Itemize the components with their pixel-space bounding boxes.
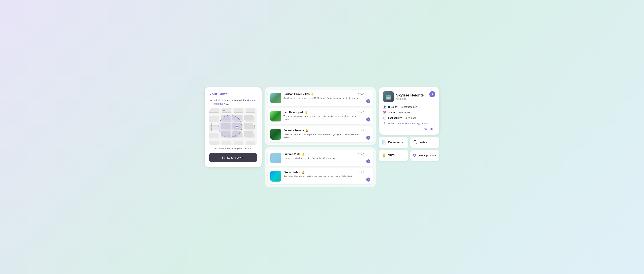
pin-icon: 📍: [209, 99, 213, 104]
clock-in-button[interactable]: I'd like to clock in: [209, 153, 257, 162]
notif-badge: 1: [366, 159, 370, 163]
notif-title-row: Horizon Grove Villas 🔔: [284, 93, 314, 96]
bell-icon: 🔔: [302, 171, 304, 174]
location-notice: 📍 It looks like you've entered the Skyri…: [209, 99, 257, 106]
notif-title: Eco Haven park: [284, 111, 304, 114]
action-label: Notes: [420, 141, 427, 144]
action-label: Work process: [418, 154, 436, 157]
notif-time: 12:43: [358, 111, 364, 114]
notif-header: Stone Harbor 🔔 12:43: [284, 171, 364, 174]
xrts-icon: 💡: [382, 153, 386, 158]
action-btn-documents[interactable]: 📄 Documents: [379, 137, 408, 148]
notif-image: [270, 129, 281, 140]
building-name: Skyrise Heights: [396, 93, 424, 98]
chevron-right-icon: ›: [434, 128, 435, 131]
address-row: 📍 Hobert Glen, Rosenbaumbury, NV 91731 ⧉: [383, 122, 435, 125]
bell-icon: 🔔: [302, 153, 304, 156]
action-btn-xrts[interactable]: 💡 XRTs: [379, 150, 408, 161]
notif-title-row: Eco Haven park 🔔: [284, 111, 308, 114]
copy-icon[interactable]: ⧉: [434, 122, 435, 125]
documents-icon: 📄: [382, 140, 386, 145]
building-header: Skyrise Heights Westeros ★: [383, 91, 435, 102]
notif-image: [270, 111, 281, 121]
bell-icon: 🔔: [305, 129, 308, 132]
bell-icon: 🔔: [305, 111, 308, 114]
notif-badge: 1: [366, 99, 370, 103]
street-label: Folsom S: [254, 123, 256, 130]
building-info: Skyrise Heights Westeros: [396, 93, 424, 100]
notif-text: Team, ensure you're wearing your hard ha…: [284, 115, 364, 121]
map-container: 14th St Shotwell St Folsom S Foods Co: [209, 108, 257, 145]
map-block: [244, 123, 254, 129]
action-btn-notes[interactable]: 💬 Notes: [410, 137, 440, 148]
bell-icon: 🔔: [311, 93, 314, 96]
notif-badge: 1: [366, 136, 370, 140]
notif-image: [270, 153, 281, 163]
street-label: Shotwell St: [211, 123, 212, 132]
notif-badge: 1: [366, 117, 370, 121]
left-panel: Your Shift 📍 It looks like you've entere…: [204, 87, 262, 167]
notif-content: Summit Vista 🔔 12:43 Hey, need extra han…: [284, 153, 364, 160]
notif-content: Horizon Grove Villas 🔔 12:43 Simulacro d…: [284, 93, 364, 100]
action-label: XRTs: [388, 154, 395, 157]
notif-time: 12:43: [358, 153, 364, 156]
full-info-row: Full info ›: [383, 128, 435, 131]
notif-title: Horizon Grove Villas: [284, 93, 310, 96]
notif-card[interactable]: Eco Haven park 🔔 12:43 Team, ensure you'…: [268, 108, 373, 124]
notif-image: [270, 171, 281, 182]
building-location: Westeros: [396, 98, 424, 100]
notif-title-row: Summit Vista 🔔: [284, 153, 304, 156]
star-badge: ★: [429, 91, 435, 97]
notif-header: Summit Vista 🔔 12:43: [284, 153, 364, 156]
map-block: [244, 115, 254, 120]
notif-content: Serenity Towers 🔔 12:43 Increased vehicl…: [284, 129, 364, 139]
notif-content: Stone Harbor 🔔 12:43 Reminder: Helmets a…: [284, 171, 364, 178]
notif-header: Eco Haven park 🔔 12:43: [284, 111, 364, 114]
notif-text: Simulacro de emergencia a las 15:00 hora…: [284, 97, 364, 100]
notif-title-row: Stone Harbor 🔔: [284, 171, 304, 174]
started-row: 📅 Started: 01-01-2023: [383, 111, 435, 114]
notif-time: 12:43: [358, 171, 364, 174]
address-link[interactable]: Hobert Glen, Rosenbaumbury, NV 91731: [388, 122, 431, 125]
notif-text: Increased vehicle traffic expected. Ensu…: [284, 133, 364, 139]
notifications-bottom: Summit Vista 🔔 12:43 Hey, need extra han…: [265, 147, 376, 187]
person-icon: 👤: [383, 105, 386, 109]
notif-text: Reminder: Helmets and safety vests are m…: [284, 175, 364, 178]
work-process-icon: ⛑: [413, 153, 416, 158]
full-info-link[interactable]: Full info: [424, 128, 433, 130]
map-address: 123 Main Street, Springfield, IL 62704: [209, 147, 257, 150]
middle-panel: Horizon Grove Villas 🔔 12:43 Simulacro d…: [265, 87, 376, 187]
notif-badge: 1: [366, 177, 370, 182]
notif-time: 12:43: [358, 93, 364, 96]
notif-title: Stone Harbor: [284, 171, 300, 174]
notif-header: Horizon Grove Villas 🔔 12:43: [284, 93, 364, 96]
notif-card[interactable]: Horizon Grove Villas 🔔 12:43 Simulacro d…: [268, 90, 373, 106]
notif-content: Eco Haven park 🔔 12:43 Team, ensure you'…: [284, 111, 364, 121]
building-avatar: [383, 91, 394, 102]
notif-title: Serenity Towers: [284, 129, 304, 132]
notes-icon: 💬: [413, 140, 418, 145]
hired-by-row: 👤 Hired by: ConstructionLink: [383, 105, 435, 109]
info-card: Skyrise Heights Westeros ★ 👤 Hired by: C…: [379, 87, 440, 135]
notif-card[interactable]: Serenity Towers 🔔 12:43 Increased vehicl…: [268, 126, 373, 142]
notif-title: Summit Vista: [284, 153, 300, 156]
location-icon: 📍: [383, 122, 386, 125]
notif-header: Serenity Towers 🔔 12:43: [284, 129, 364, 132]
clock-icon: 🕐: [383, 116, 386, 120]
main-container: Your Shift 📍 It looks like you've entere…: [204, 87, 440, 187]
shift-title: Your Shift: [209, 92, 257, 96]
notif-title-row: Serenity Towers 🔔: [284, 129, 308, 132]
calendar-icon: 📅: [383, 111, 386, 114]
notif-card[interactable]: Summit Vista 🔔 12:43 Hey, need extra han…: [268, 150, 373, 166]
action-grid: 📄 Documents 💬 Notes 💡 XRTs ⛑ Work proces…: [379, 137, 440, 161]
notif-card[interactable]: Stone Harbor 🔔 12:43 Reminder: Helmets a…: [268, 168, 373, 184]
right-panel: Skyrise Heights Westeros ★ 👤 Hired by: C…: [379, 87, 440, 161]
action-btn-work-process[interactable]: ⛑ Work process: [410, 150, 440, 161]
notice-text: It looks like you've entered the Skyrise…: [214, 99, 257, 106]
notifications-top: Horizon Grove Villas 🔔 12:43 Simulacro d…: [265, 87, 376, 145]
map-block: [244, 131, 254, 137]
action-label: Documents: [388, 141, 403, 144]
last-activity-row: 🕐 Last activity: 20 min ago: [383, 116, 435, 120]
notif-text: Hey, need extra hands at the foundation.…: [284, 157, 364, 160]
location-dot: [236, 125, 238, 128]
